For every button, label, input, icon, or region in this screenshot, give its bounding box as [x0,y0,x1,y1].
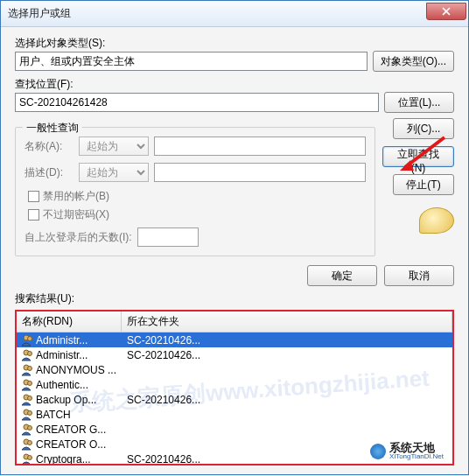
close-icon [442,7,451,16]
name-mode-select[interactable]: 起始为 [79,136,149,156]
svg-point-15 [28,425,32,430]
user-group-icon [20,424,34,436]
globe-icon [370,444,386,459]
dialog-window: 选择用户或组 选择此对象类型(S): 对象类型(O)... 查找位置(F): 位… [0,0,469,475]
search-results-label: 搜索结果(U): [15,291,454,306]
svg-point-5 [28,351,32,355]
row-name: Backup Op... [36,394,123,406]
svg-point-19 [28,455,32,459]
table-row[interactable]: Backup Op...SC-20210426... [17,392,452,407]
non-expiring-checkbox[interactable] [28,209,39,220]
title-text: 选择用户或组 [8,6,71,21]
name-label: 名称(A): [24,139,74,154]
row-name: CREATOR O... [36,438,123,451]
object-type-input[interactable] [15,52,368,71]
row-folder: SC-20210426... [123,349,449,361]
magnifier-icon [419,207,454,234]
dialog-content: 选择此对象类型(S): 对象类型(O)... 查找位置(F): 位置(L)...… [1,27,468,474]
titlebar: 选择用户或组 [1,1,468,27]
svg-point-7 [28,366,32,370]
find-now-button[interactable]: 立即查找(N) [382,146,454,167]
column-folder[interactable]: 所在文件夹 [122,312,452,332]
object-type-label: 选择此对象类型(S): [15,36,454,51]
row-folder: SC-20210426... [123,394,449,406]
svg-point-13 [28,410,32,415]
user-group-icon [20,364,34,376]
row-name: Administr... [36,349,123,361]
object-types-button[interactable]: 对象类型(O)... [373,51,454,72]
desc-input[interactable] [154,163,366,182]
close-button[interactable] [426,3,466,20]
desc-mode-select[interactable]: 起始为 [79,163,149,182]
cancel-button[interactable]: 取消 [384,265,454,286]
table-row[interactable]: BATCH [17,407,452,422]
ok-button[interactable]: 确定 [307,265,377,286]
days-since-logon-input[interactable] [137,228,199,247]
table-row[interactable]: Administr...SC-20210426... [17,332,452,347]
table-row[interactable]: Administr...SC-20210426... [17,347,452,362]
user-group-icon [20,394,34,406]
svg-point-11 [28,396,32,400]
locations-button[interactable]: 位置(L)... [384,92,454,113]
user-group-icon [20,453,34,466]
results-list[interactable]: 名称(RDN) 所在文件夹 Administr...SC-20210426...… [15,310,454,466]
disabled-accounts-label: 禁用的帐户(B) [43,189,109,204]
columns-button[interactable]: 列(C)... [393,118,454,139]
row-name: BATCH [36,409,123,421]
common-queries-group: 一般性查询 名称(A): 起始为 描述(D): 起始为 禁用的帐户(B) [15,127,375,256]
column-name[interactable]: 名称(RDN) [17,312,122,332]
svg-point-17 [28,440,32,444]
svg-point-9 [28,381,32,385]
table-row[interactable]: ANONYMOUS ... [17,362,452,377]
table-row[interactable]: Authentic... [17,377,452,392]
row-name: Cryptogra... [36,453,123,466]
user-group-icon [20,334,34,346]
row-folder: SC-20210426... [123,334,449,346]
badge-en: XiTongTianDi.Net [389,453,444,460]
row-name: ANONYMOUS ... [36,364,123,376]
location-label: 查找位置(F): [15,77,454,92]
user-group-icon [20,349,34,361]
row-name: CREATOR G... [36,424,123,436]
stop-button[interactable]: 停止(T) [393,174,454,195]
desc-label: 描述(D): [24,165,74,180]
user-group-icon [20,379,34,391]
table-row[interactable]: CREATOR G... [17,422,452,437]
row-name: Administr... [36,334,123,346]
results-header: 名称(RDN) 所在文件夹 [17,312,452,332]
row-name: Authentic... [36,379,123,391]
site-badge: 系统天地 XiTongTianDi.Net [365,440,449,462]
svg-point-3 [28,336,32,340]
user-group-icon [20,438,34,451]
user-group-icon [20,409,34,421]
name-input[interactable] [154,136,366,156]
non-expiring-label: 不过期密码(X) [43,207,109,222]
location-input[interactable] [15,93,379,112]
common-queries-legend: 一般性查询 [23,121,82,136]
days-since-logon-label: 自上次登录后的天数(I): [24,230,132,245]
disabled-accounts-checkbox[interactable] [28,191,39,202]
